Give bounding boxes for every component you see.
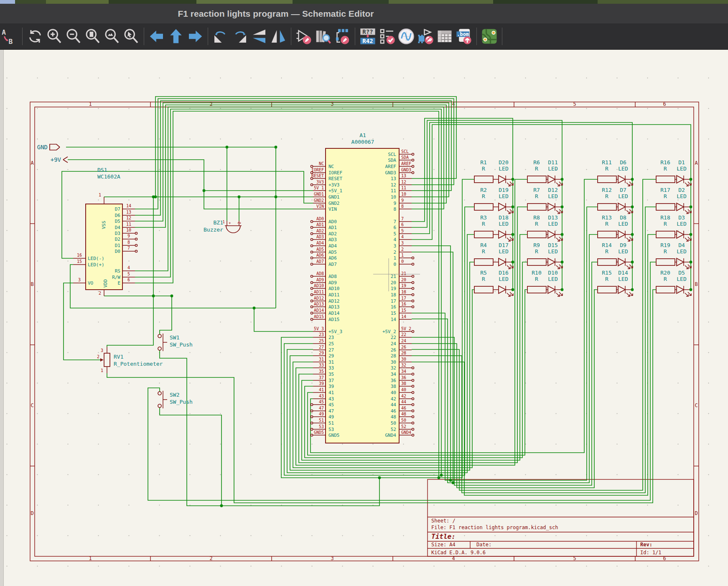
arduino-pin-num: AD14 — [314, 308, 324, 313]
unconnected-pin-marker — [412, 171, 414, 173]
unconnected-pin-marker — [412, 287, 414, 289]
led-value: LED — [618, 276, 628, 282]
arduino-pin-num: 35 — [319, 369, 324, 374]
wire[interactable] — [412, 252, 453, 483]
arduino-pin-num: AD6 — [316, 253, 324, 257]
wire[interactable] — [254, 308, 313, 331]
wire[interactable] — [160, 408, 221, 506]
arduino-pin-name: 39 — [328, 384, 334, 389]
titleblock-title: Title: — [431, 532, 456, 540]
junction-dot — [512, 288, 514, 291]
resistor-ref: R11 — [602, 159, 611, 166]
switch-symbol[interactable] — [158, 392, 161, 408]
resistor-led-pair[interactable] — [598, 231, 633, 241]
resistor-ref: R18 — [660, 214, 670, 221]
resistor-led-pair[interactable] — [474, 231, 513, 241]
arduino-pin-num: GND3 — [401, 168, 411, 172]
wire[interactable] — [412, 290, 598, 488]
led-ref: D12 — [548, 187, 557, 193]
buzzer-symbol[interactable] — [225, 226, 242, 233]
resistor-ref: R15 — [602, 270, 611, 276]
mirror-horizontal-icon[interactable] — [269, 26, 288, 46]
nav-back-icon[interactable] — [147, 26, 166, 46]
resistor-led-pair[interactable] — [656, 286, 691, 296]
switch-symbol[interactable] — [158, 334, 161, 350]
resistor-led-pair[interactable] — [656, 258, 691, 269]
wire[interactable] — [412, 120, 562, 290]
browse-libraries-icon[interactable] — [313, 26, 333, 46]
resistor-led-pair[interactable] — [474, 286, 513, 296]
mirror-vertical-icon[interactable] — [249, 26, 269, 46]
resistor-led-pair[interactable] — [656, 176, 691, 186]
schematic-canvas[interactable]: 112233445566AABBCCDDSheet: /File: F1 rea… — [0, 0, 728, 586]
assign-footprints-icon[interactable] — [416, 26, 435, 46]
wire[interactable] — [64, 283, 100, 360]
junction-dot — [631, 233, 634, 236]
zoom-fit-page-icon[interactable] — [83, 26, 102, 46]
lcd-pin-name: D5 — [115, 219, 120, 224]
resistor-led-pair[interactable] — [527, 203, 563, 214]
resistor-led-pair[interactable] — [474, 203, 513, 214]
symbol-fields-table-icon[interactable] — [435, 26, 454, 46]
annotate-references-icon[interactable]: R??R42 — [358, 26, 377, 46]
run-erc-icon[interactable] — [377, 26, 397, 46]
wire[interactable] — [155, 97, 456, 197]
resistor-led-pair[interactable] — [527, 176, 563, 186]
arduino-pin-name: 22 — [391, 335, 396, 340]
led-ref: D5 — [678, 270, 685, 276]
edit-footprint-icon[interactable] — [333, 26, 352, 46]
resistor-led-pair[interactable] — [598, 203, 633, 214]
zoom-out-icon[interactable] — [64, 26, 83, 46]
resistor-led-pair[interactable] — [474, 176, 513, 186]
nav-forward-icon[interactable] — [186, 26, 205, 46]
unconnected-pin-marker — [311, 281, 313, 283]
unconnected-pin-marker — [412, 257, 414, 259]
open-pcb-editor-icon[interactable] — [480, 26, 499, 46]
resistor-led-pair[interactable] — [527, 286, 563, 296]
resistor-led-pair[interactable] — [527, 258, 563, 269]
rotate-cw-icon[interactable] — [230, 26, 249, 46]
wire[interactable] — [412, 122, 632, 290]
zoom-in-icon[interactable] — [45, 26, 64, 46]
arduino-pin-num: 23 — [319, 332, 324, 337]
zoom-fit-objects-icon[interactable] — [102, 26, 122, 46]
resistor-led-pair[interactable] — [656, 231, 691, 241]
rotate-ccw-icon[interactable] — [211, 26, 230, 46]
resistor-led-pair[interactable] — [527, 231, 563, 241]
resistor-led-pair[interactable] — [598, 176, 633, 186]
lcd-pin-num: 10 — [126, 228, 131, 232]
unconnected-pin-marker — [311, 275, 313, 277]
export-bom-icon[interactable]: .bom — [454, 26, 473, 46]
wire[interactable] — [412, 246, 451, 480]
edit-symbol-icon[interactable] — [294, 26, 313, 46]
resistor-value: R — [482, 166, 485, 172]
window-titlebar[interactable]: F1 reaction lights program — Schematic E… — [0, 4, 728, 23]
nav-up-icon[interactable] — [166, 26, 186, 46]
led-value: LED — [618, 221, 628, 227]
titleblock-id: Id: 1/1 — [640, 550, 662, 555]
junction-dot — [561, 178, 564, 181]
lcd-pin-name: R/W — [112, 275, 120, 280]
wire[interactable] — [160, 296, 172, 334]
arduino-pin-num: 32 — [401, 363, 406, 367]
unconnected-pin-marker — [412, 165, 414, 167]
resistor-led-pair[interactable] — [598, 258, 633, 269]
unconnected-pin-marker — [311, 165, 313, 167]
wire[interactable] — [412, 262, 598, 485]
arduino-pin-name: VIN — [328, 206, 337, 212]
resistor-led-pair[interactable] — [474, 258, 513, 269]
simulator-icon[interactable] — [397, 26, 416, 46]
arduino-pin-num: 34 — [401, 369, 406, 374]
resistor-led-pair[interactable] — [656, 203, 691, 214]
annotate-ab-icon[interactable]: AB — [0, 26, 19, 46]
junction-dot — [512, 261, 514, 264]
arduino-pin-name: AD6 — [328, 255, 337, 261]
resistor-value: R — [664, 221, 667, 227]
titleblock-size: Size: A4 — [431, 542, 456, 548]
lcd-pin-num: 12 — [126, 216, 131, 220]
zoom-selection-icon[interactable] — [122, 26, 141, 46]
resistor-led-pair[interactable] — [598, 286, 633, 296]
refresh-icon[interactable] — [25, 26, 45, 46]
arduino-pin-num: 2 — [401, 247, 404, 252]
arduino-pin-name: 42 — [391, 396, 396, 402]
